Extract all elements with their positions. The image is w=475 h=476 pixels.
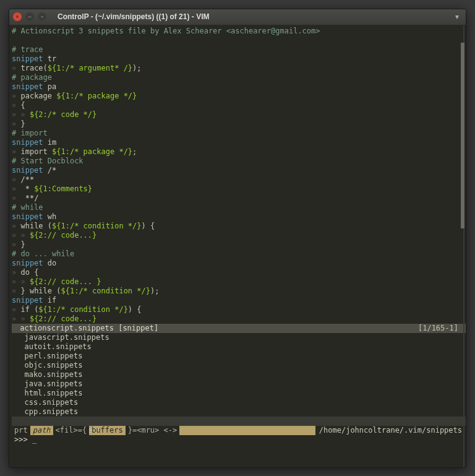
code-text: ; xyxy=(132,147,137,156)
minimize-icon[interactable]: – xyxy=(25,12,34,21)
tab-char: » xyxy=(16,277,25,286)
code-text: ); xyxy=(150,287,159,295)
editor-area[interactable]: # Actionscript 3 snippets file by Alex S… xyxy=(9,25,466,467)
code-comment: # while xyxy=(12,203,43,212)
snippet-keyword: snippet xyxy=(12,296,43,305)
code-comment: # Start Docblock xyxy=(12,157,83,165)
snippet-keyword: snippet xyxy=(12,54,43,63)
command-line[interactable]: >>> _ xyxy=(12,435,466,444)
code-text: } xyxy=(16,119,25,128)
snippet-name: pa xyxy=(43,82,57,91)
vim-window: × – ▫ ControlP - (~/.vim/snippets) ((1) … xyxy=(9,9,466,468)
code-text: package xyxy=(16,92,56,100)
code-comment: # Actionscript 3 snippets file by Alex S… xyxy=(12,27,320,35)
code-text: if ( xyxy=(16,305,38,314)
ctrlp-selected-label: actionscript.snippets [snippet] xyxy=(12,324,158,333)
cmd-prompt: >>> _ xyxy=(14,435,36,444)
window-title: ControlP - (~/.vim/snippets) ((1) of 21)… xyxy=(58,12,209,21)
code-comment: # trace xyxy=(12,45,43,54)
placeholder: ${2:/* code */} xyxy=(30,110,96,119)
code-comment: # import xyxy=(12,129,48,137)
code-text xyxy=(25,314,30,323)
snippet-keyword: snippet xyxy=(12,138,43,147)
snippet-keyword: snippet xyxy=(12,212,43,221)
code-text: } while ( xyxy=(16,287,61,295)
code-comment: # package xyxy=(12,73,52,82)
placeholder: ${1:/* argument* /} xyxy=(48,64,132,72)
code-text: ) { xyxy=(128,305,142,314)
ctrlp-panel: actionscript.snippets [snippet] [1/165-1… xyxy=(12,324,466,426)
placeholder: ${1:/* condition */} xyxy=(61,287,150,295)
code-text: while ( xyxy=(16,222,52,230)
placeholder: ${1:/* condition */} xyxy=(52,222,142,230)
ctrlp-item[interactable]: javascript.snippets xyxy=(12,333,466,342)
maximize-icon[interactable]: ▫ xyxy=(38,12,46,21)
window-menu-icon[interactable]: ▾ xyxy=(452,12,462,22)
snippet-name: wh xyxy=(43,212,57,221)
code-text xyxy=(25,110,30,119)
blank-line xyxy=(12,36,466,45)
placeholder: ${1:Comments} xyxy=(34,184,92,193)
snippet-keyword: snippet xyxy=(12,82,43,91)
placeholder: ${2:// code...} xyxy=(30,314,96,323)
code-text: ); xyxy=(132,64,141,72)
code-text: { xyxy=(16,101,25,110)
snippet-keyword: snippet xyxy=(12,259,43,267)
ctrlp-status-bar: prt path <fil>={ buffers }=<mru> <-> /ho… xyxy=(12,426,466,435)
code-comment: # do ... while xyxy=(12,249,74,258)
ctrlp-item[interactable]: java.snippets xyxy=(12,379,466,389)
snippet-keyword: snippet xyxy=(12,166,43,175)
status-cwd: /home/johncoltrane/.vim/snippets xyxy=(315,426,466,435)
code-text: trace( xyxy=(16,64,48,72)
status-fil: <fil>={ xyxy=(53,426,90,435)
tab-char: » xyxy=(16,231,25,240)
status-path: path xyxy=(30,426,53,435)
code-text: import xyxy=(16,147,52,156)
code-text: ) { xyxy=(142,222,155,230)
status-buffers: buffers xyxy=(89,426,126,435)
placeholder: ${1:/* package */} xyxy=(56,92,137,100)
ctrlp-item[interactable]: html.snippets xyxy=(12,389,466,398)
ctrlp-position: [1/165-1] xyxy=(418,324,466,333)
code-text: * xyxy=(16,184,34,193)
snippet-name: do xyxy=(43,259,57,267)
placeholder: ${1:/* package */} xyxy=(52,147,132,156)
tab-char: » xyxy=(16,314,25,323)
code-text xyxy=(25,231,30,240)
titlebar[interactable]: × – ▫ ControlP - (~/.vim/snippets) ((1) … xyxy=(9,9,466,25)
ctrlp-selected[interactable]: actionscript.snippets [snippet] [1/165-1… xyxy=(12,324,466,333)
ctrlp-item[interactable]: objc.snippets xyxy=(12,361,466,370)
snippet-name: im xyxy=(43,138,57,147)
code-text: do { xyxy=(16,268,38,277)
code-text: /** xyxy=(16,175,34,184)
code-text xyxy=(25,277,30,286)
scrollbar-thumb[interactable] xyxy=(461,43,464,228)
code-text: } xyxy=(16,240,25,249)
ctrlp-item[interactable]: mako.snippets xyxy=(12,370,466,379)
status-mru: }=<mru> <-> xyxy=(126,426,179,435)
snippet-name: tr xyxy=(43,54,57,63)
ctrlp-prompt-row[interactable]: > c.snippets xyxy=(12,417,466,426)
ctrlp-item[interactable]: perl.snippets xyxy=(12,352,466,361)
placeholder: ${2:// code... } xyxy=(30,277,101,286)
snippet-name: /* xyxy=(43,166,57,175)
placeholder: ${2:// code...} xyxy=(30,231,96,240)
ctrlp-item[interactable]: css.snippets xyxy=(12,398,466,407)
status-prt: prt xyxy=(12,426,30,435)
close-icon[interactable]: × xyxy=(13,12,22,21)
placeholder: ${1:/* condition */} xyxy=(38,305,128,314)
ctrlp-item[interactable]: autoit.snippets xyxy=(12,342,466,352)
snippet-name: if xyxy=(43,296,57,305)
ctrlp-item[interactable]: cpp.snippets xyxy=(12,407,466,417)
tab-char: » xyxy=(16,110,25,119)
code-text: **/ xyxy=(16,194,38,202)
